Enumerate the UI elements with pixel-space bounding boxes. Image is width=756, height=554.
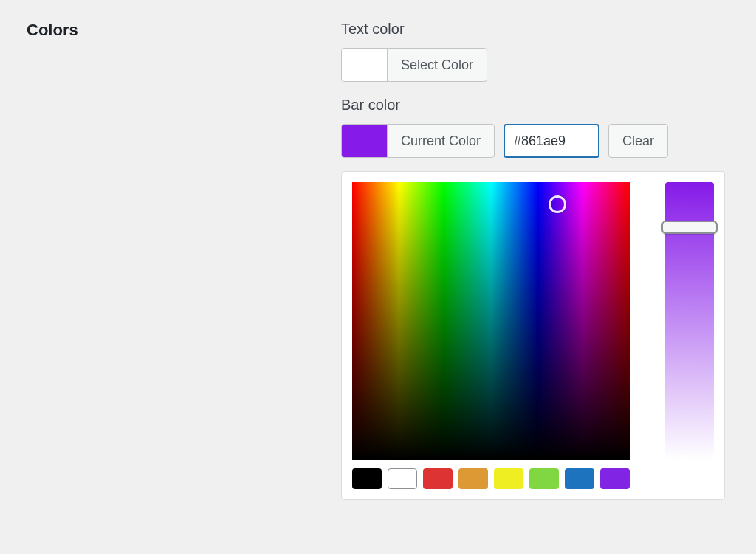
text-color-picker-button[interactable]: Select Color [341,48,487,82]
clear-button[interactable]: Clear [608,124,668,158]
text-color-picker-label: Select Color [388,49,487,81]
preset-swatch-blue[interactable] [565,468,594,489]
text-color-field: Text color Select Color [341,21,729,82]
preset-swatches [352,468,645,489]
bar-color-field: Bar color Current Color Clear [341,97,729,500]
preset-swatch-green[interactable] [529,468,559,489]
bar-color-picker-button[interactable]: Current Color [341,124,495,158]
bar-color-hex-input[interactable] [504,124,599,158]
preset-swatch-purple[interactable] [600,468,630,489]
alpha-handle[interactable] [662,221,718,234]
preset-swatch-orange[interactable] [458,468,488,489]
preset-swatch-red[interactable] [423,468,453,489]
bar-color-label: Bar color [341,97,729,114]
section-heading: Colors [27,21,326,40]
alpha-slider[interactable] [665,182,714,460]
bar-color-swatch [342,125,388,157]
text-color-swatch [342,49,388,81]
color-picker-panel [341,171,725,500]
bar-color-picker-label: Current Color [388,125,494,157]
preset-swatch-black[interactable] [352,468,382,489]
sv-cursor[interactable] [549,195,566,213]
text-color-label: Text color [341,21,729,38]
preset-swatch-white[interactable] [388,468,417,489]
preset-swatch-yellow[interactable] [494,468,523,489]
saturation-value-area[interactable] [352,182,630,460]
